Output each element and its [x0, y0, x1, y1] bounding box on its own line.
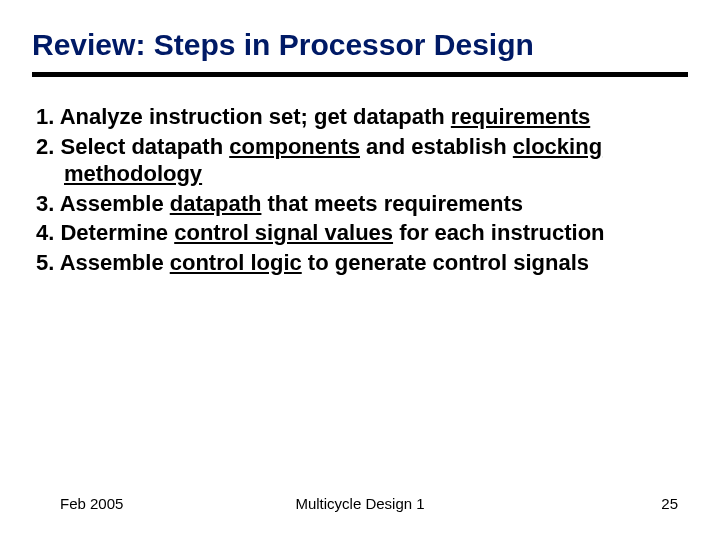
- step-underline: control logic: [170, 250, 302, 275]
- step-underline: datapath: [170, 191, 262, 216]
- step-text: that meets requirements: [261, 191, 523, 216]
- step-text: Assemble: [60, 191, 170, 216]
- slide-title: Review: Steps in Processor Design: [32, 28, 688, 62]
- footer-date: Feb 2005: [60, 495, 123, 512]
- slide: Review: Steps in Processor Design Analyz…: [0, 0, 720, 540]
- step-underline: requirements: [451, 104, 590, 129]
- step-underline: components: [229, 134, 360, 159]
- steps-list: Analyze instruction set; get datapath re…: [36, 103, 688, 276]
- slide-footer: Feb 2005 Multicycle Design 1 25: [0, 495, 720, 512]
- footer-title: Multicycle Design 1: [295, 495, 424, 512]
- step-3: Assemble datapath that meets requirement…: [36, 190, 688, 218]
- step-text: to generate control signals: [302, 250, 589, 275]
- step-1: Analyze instruction set; get datapath re…: [36, 103, 688, 131]
- step-4: Determine control signal values for each…: [36, 219, 688, 247]
- step-underline: control signal values: [174, 220, 393, 245]
- step-2: Select datapath components and establish…: [36, 133, 688, 188]
- step-5: Assemble control logic to generate contr…: [36, 249, 688, 277]
- step-text: Determine: [60, 220, 174, 245]
- step-text: for each instruction: [393, 220, 604, 245]
- step-text: and establish: [360, 134, 513, 159]
- step-text: Assemble: [60, 250, 170, 275]
- step-text: Select datapath: [60, 134, 229, 159]
- step-text: Analyze instruction set; get datapath: [60, 104, 451, 129]
- title-rule: [32, 72, 688, 77]
- footer-page: 25: [661, 495, 678, 512]
